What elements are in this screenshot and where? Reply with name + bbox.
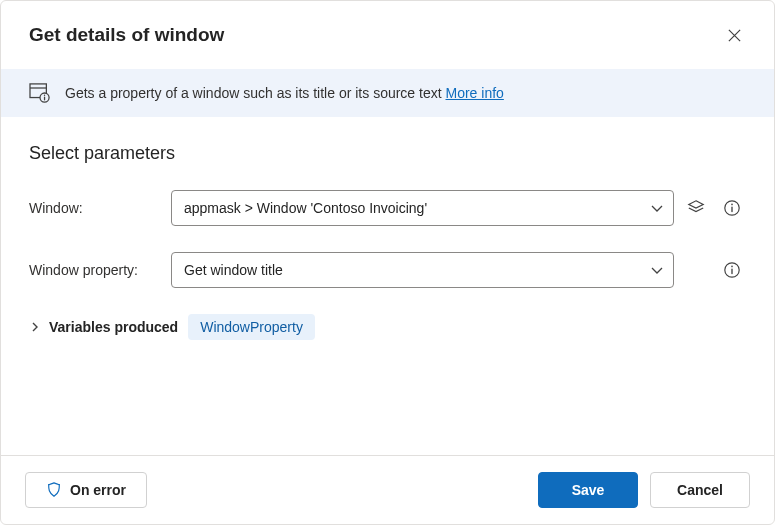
window-select[interactable]: appmask > Window 'Contoso Invoicing' — [171, 190, 674, 226]
on-error-button[interactable]: On error — [25, 472, 147, 508]
layers-icon — [687, 199, 705, 217]
ui-elements-button[interactable] — [682, 194, 710, 222]
dialog-header: Get details of window — [1, 1, 774, 69]
dialog-footer: On error Save Cancel — [1, 455, 774, 524]
property-select-wrap: Get window title — [171, 252, 674, 288]
window-select-value: appmask > Window 'Contoso Invoicing' — [184, 200, 427, 216]
window-field-row: Window: appmask > Window 'Contoso Invoic… — [29, 190, 746, 226]
window-select-wrap: appmask > Window 'Contoso Invoicing' — [171, 190, 674, 226]
window-label: Window: — [29, 200, 163, 216]
dialog-title: Get details of window — [29, 24, 224, 46]
save-button[interactable]: Save — [538, 472, 638, 508]
info-bar: Gets a property of a window such as its … — [1, 69, 774, 117]
info-icon — [723, 199, 741, 217]
property-label: Window property: — [29, 262, 163, 278]
dialog: Get details of window Gets a property of… — [0, 0, 775, 525]
shield-icon — [46, 482, 62, 498]
cancel-button[interactable]: Cancel — [650, 472, 750, 508]
on-error-label: On error — [70, 482, 126, 498]
property-select[interactable]: Get window title — [171, 252, 674, 288]
info-text-wrap: Gets a property of a window such as its … — [65, 85, 504, 101]
save-label: Save — [572, 482, 605, 498]
property-field-row: Window property: Get window title — [29, 252, 746, 288]
footer-actions: Save Cancel — [538, 472, 750, 508]
variables-row: Variables produced WindowProperty — [29, 314, 746, 340]
window-info-button[interactable] — [718, 194, 746, 222]
section-title: Select parameters — [29, 143, 746, 164]
property-select-value: Get window title — [184, 262, 283, 278]
close-button[interactable] — [718, 19, 750, 51]
close-icon — [727, 28, 742, 43]
info-icon — [723, 261, 741, 279]
chevron-right-icon — [29, 321, 41, 333]
variable-chip[interactable]: WindowProperty — [188, 314, 315, 340]
more-info-link[interactable]: More info — [446, 85, 504, 101]
variables-label: Variables produced — [49, 319, 178, 335]
info-text: Gets a property of a window such as its … — [65, 85, 442, 101]
property-info-button[interactable] — [718, 256, 746, 284]
dialog-content: Select parameters Window: appmask > Wind… — [1, 117, 774, 455]
variables-toggle[interactable]: Variables produced — [29, 319, 178, 335]
cancel-label: Cancel — [677, 482, 723, 498]
window-info-icon — [29, 83, 51, 103]
